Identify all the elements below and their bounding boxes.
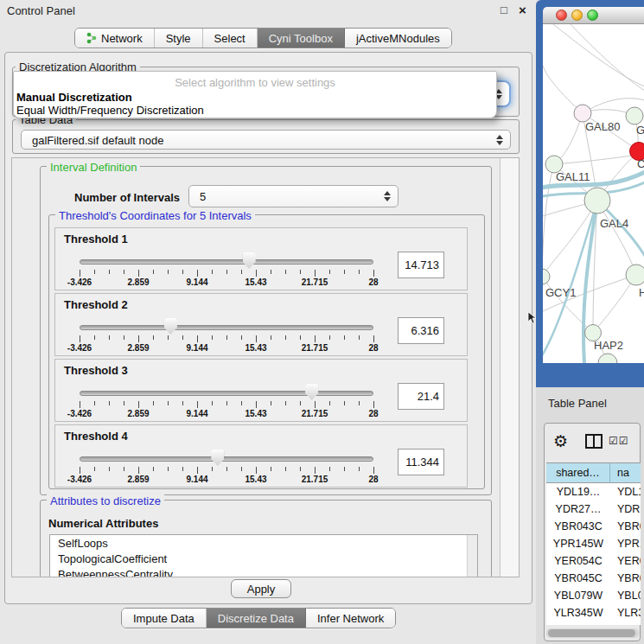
attribute-list-item[interactable]: TopologicalCoefficient (58, 552, 167, 565)
network-node-right[interactable] (626, 265, 644, 285)
threshold-4-slider-track[interactable] (80, 456, 373, 462)
cell-name[interactable]: YBR0 (617, 518, 641, 532)
network-node-top-right[interactable] (626, 107, 643, 124)
numerical-attributes-list[interactable]: SelfLoopsTopologicalCoefficientBetweenne… (49, 534, 478, 577)
cell-name[interactable]: YBR0 (617, 570, 641, 584)
network-icon (86, 32, 97, 44)
network-canvas[interactable]: GAL80 G C GAL11 GAL4 GCY1 H HAP2 (543, 24, 644, 363)
cell-shared-name[interactable]: YBL079W (546, 587, 610, 602)
slider-tick (197, 467, 198, 474)
cell-shared-name[interactable]: YBR045C (546, 570, 610, 584)
tab-discretize-data[interactable]: Discretize Data (207, 609, 306, 628)
cell-name[interactable]: YDR2 (617, 501, 641, 515)
close-icon[interactable]: × (519, 3, 526, 17)
threshold-2-slider-track[interactable] (80, 325, 373, 330)
thresholds-coordinates-title: Threshold's Coordinates for 5 Intervals (55, 209, 255, 222)
slider-tick-label: 28 (368, 277, 378, 287)
table-row[interactable]: YBR045CYBR0 (546, 570, 641, 587)
table-row[interactable]: YDL19…YDL1 (546, 483, 641, 501)
node-label-gal80: GAL80 (585, 120, 620, 133)
table-row[interactable]: YPR145WYPR1 (546, 535, 641, 552)
slider-tick (359, 401, 360, 405)
slider-tick (271, 401, 271, 405)
cell-shared-name[interactable]: YER054C (546, 552, 610, 567)
threshold-1-slider-thumb[interactable] (243, 252, 256, 269)
table-row[interactable]: YER054CYER0 (546, 552, 641, 570)
cell-name[interactable]: YLR3 (617, 604, 641, 619)
slider-tick (94, 335, 95, 340)
gear-icon[interactable]: ⚙ (553, 431, 568, 451)
tab-select[interactable]: Select (203, 29, 258, 48)
threshold-4-value-field[interactable]: 11.344 (398, 449, 444, 475)
table-hscrollbar-thumb[interactable] (548, 629, 635, 637)
tab-style[interactable]: Style (155, 29, 203, 48)
tab-label: Network (101, 32, 143, 45)
tab-impute-data[interactable]: Impute Data (122, 609, 207, 628)
number-of-intervals-select[interactable]: 5 (188, 185, 399, 207)
column-header-shared-name[interactable]: shared… (546, 463, 610, 483)
slider-tick (182, 401, 183, 405)
slider-tick (300, 270, 301, 274)
slider-tick (182, 467, 183, 471)
float-window-icon[interactable]: □ (501, 3, 507, 16)
cell-shared-name[interactable]: YLR345W (546, 604, 610, 619)
panel-scrollbar-track[interactable] (500, 158, 520, 577)
cell-name[interactable]: YIL0 (617, 622, 641, 625)
table-row[interactable]: YDR27…YDR2 (546, 501, 641, 518)
network-node-gal80[interactable] (574, 105, 591, 122)
columns-icon[interactable] (585, 434, 603, 451)
threshold-1-slider-track[interactable] (80, 259, 373, 265)
network-node-gcy1[interactable] (543, 269, 550, 284)
cell-name[interactable]: YER0 (617, 552, 641, 567)
tab-label: Cyni Toolbox (269, 32, 333, 45)
slider-tick (138, 335, 139, 342)
cell-name[interactable]: YDL1 (617, 483, 641, 498)
cell-shared-name[interactable]: YIL052C (546, 622, 610, 625)
node-label-partial-g: G (636, 124, 644, 137)
slider-tick (80, 335, 80, 342)
threshold-3-slider-thumb[interactable] (305, 384, 318, 400)
cell-name[interactable]: YBL0 (617, 587, 641, 602)
cell-name[interactable]: YPR1 (617, 535, 641, 550)
table-row[interactable]: YBL079WYBL0 (546, 587, 641, 604)
column-header-name[interactable]: na (610, 463, 641, 483)
table-row[interactable]: YBR043CYBR0 (546, 518, 641, 535)
algorithm-option-manual[interactable]: Manual Discretization (16, 91, 132, 104)
table-data-select[interactable]: galFiltered.sif default node (21, 130, 511, 150)
table-row[interactable]: YIL052CYIL0 (546, 622, 641, 625)
threshold-2-slider-thumb[interactable] (164, 318, 177, 335)
apply-button[interactable]: Apply (231, 579, 291, 598)
cell-shared-name[interactable]: YDL19… (546, 483, 610, 498)
threshold-2-value-field[interactable]: 6.316 (398, 317, 444, 344)
cell-shared-name[interactable]: YDR27… (546, 501, 610, 515)
attribute-list-item[interactable]: SelfLoops (58, 537, 108, 550)
node-attribute-table[interactable]: shared… na YDL19…YDL1YDR27…YDR2YBR043CYB… (546, 462, 641, 625)
list-scrollbar-track[interactable] (467, 535, 478, 577)
algorithm-option-equal-width[interactable]: Equal Width/Frequency Discretization (16, 104, 204, 117)
slider-tick (300, 335, 301, 340)
network-window-titlebar[interactable] (543, 7, 644, 24)
table-row[interactable]: YLR345WYLR3 (546, 604, 641, 622)
table-hscrollbar-track[interactable] (546, 628, 639, 638)
threshold-3-slider-track[interactable] (80, 391, 373, 396)
tab-jactivemnodules[interactable]: jActiveMNodules (345, 29, 451, 48)
threshold-1-value-field[interactable]: 14.713 (398, 252, 444, 278)
zoom-traffic-light-icon[interactable] (587, 10, 598, 21)
threshold-4-slider-thumb[interactable] (211, 450, 224, 466)
slider-tick (168, 335, 169, 340)
cell-shared-name[interactable]: YBR043C (546, 518, 610, 532)
attribute-list-item[interactable]: BetweennessCentrality (58, 568, 173, 577)
network-node-bottom[interactable] (598, 354, 617, 363)
select-columns-checkbox-icons[interactable]: ☑☑ (609, 435, 629, 447)
minimize-traffic-light-icon[interactable] (571, 10, 583, 21)
threshold-3-value-field[interactable]: 21.4 (398, 383, 444, 410)
tab-cyni-toolbox[interactable]: Cyni Toolbox (258, 29, 345, 48)
close-traffic-light-icon[interactable] (556, 10, 567, 21)
cell-shared-name[interactable]: YPR145W (546, 535, 610, 550)
algorithm-placeholder-item[interactable]: Select algorithm to view settings (14, 76, 496, 89)
slider-tick (197, 401, 198, 408)
tab-network[interactable]: Network (75, 29, 155, 48)
tab-infer-network[interactable]: Infer Network (306, 609, 395, 628)
network-node-gal4[interactable] (584, 188, 610, 214)
tab-label: Infer Network (317, 612, 384, 625)
